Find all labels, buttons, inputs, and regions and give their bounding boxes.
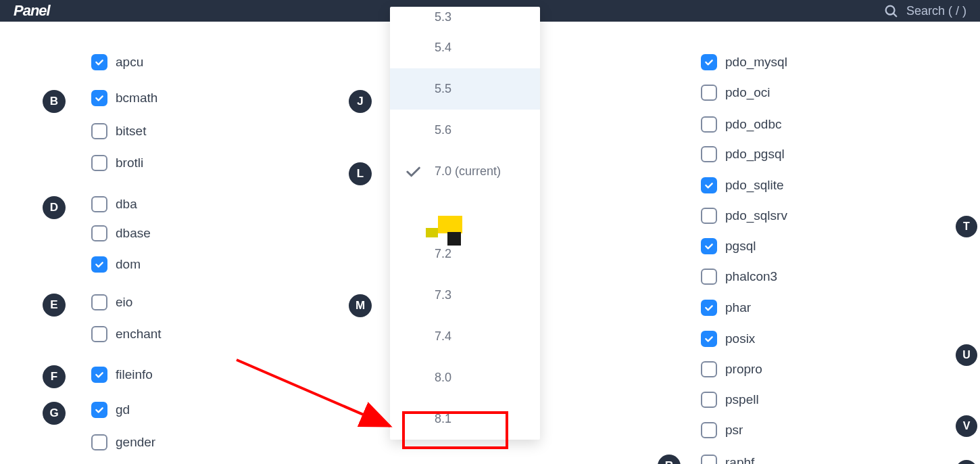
extension-propro[interactable]: propro (701, 361, 762, 377)
version-label: 5.5 (435, 82, 451, 96)
letter-nav-t[interactable]: T (956, 216, 977, 237)
extension-eio[interactable]: eio (91, 294, 132, 310)
extension-label: propro (725, 362, 762, 377)
letter-nav-w[interactable]: W (956, 460, 977, 464)
search-area[interactable]: Search ( / ) (883, 3, 966, 18)
extension-dbase[interactable]: dbase (91, 225, 151, 241)
checkbox-checked-icon[interactable] (701, 177, 717, 193)
version-option-7-2[interactable]: 7.2 (390, 233, 540, 275)
checkbox-unchecked-icon[interactable] (701, 85, 717, 101)
extension-pdo_pgsql[interactable]: pdo_pgsql (701, 146, 785, 162)
extension-label: pgsql (725, 239, 756, 254)
php-version-dropdown[interactable]: 5.35.45.55.67.0 (current)7.27.37.48.08.1 (390, 7, 540, 440)
checkbox-unchecked-icon[interactable] (701, 116, 717, 133)
checkbox-unchecked-icon[interactable] (91, 225, 107, 241)
letter-badge-m[interactable]: M (349, 294, 372, 317)
extension-pdo_oci[interactable]: pdo_oci (701, 85, 770, 101)
checkbox-unchecked-icon[interactable] (701, 146, 717, 162)
extension-gd[interactable]: gd (91, 402, 130, 418)
letter-badge-j[interactable]: J (349, 90, 372, 113)
version-option-5-6[interactable]: 5.6 (390, 110, 540, 151)
extension-label: raphf (725, 455, 754, 464)
letter-badge-b[interactable]: B (43, 90, 66, 113)
checkbox-unchecked-icon[interactable] (91, 196, 107, 212)
version-label: 8.1 (435, 412, 451, 426)
extension-label: pdo_sqlsrv (725, 208, 787, 223)
checkbox-checked-icon[interactable] (701, 331, 717, 347)
extension-label: pdo_odbc (725, 117, 781, 132)
checkbox-unchecked-icon[interactable] (91, 434, 107, 450)
extension-pspell[interactable]: pspell (701, 392, 759, 408)
version-label: 7.0 (current) (435, 164, 501, 179)
extension-posix[interactable]: posix (701, 331, 755, 347)
extension-psr[interactable]: psr (701, 422, 743, 438)
letter-badge-e[interactable]: E (43, 294, 66, 317)
extension-gender[interactable]: gender (91, 434, 155, 450)
version-option-redacted[interactable] (390, 192, 540, 233)
extension-pdo_sqlite[interactable]: pdo_sqlite (701, 177, 784, 193)
extension-label: bcmath (116, 91, 157, 106)
version-option-5-5[interactable]: 5.5 (390, 68, 540, 110)
version-option-8-0[interactable]: 8.0 (390, 357, 540, 398)
version-option-8-1[interactable]: 8.1 (390, 398, 540, 440)
extension-label: pdo_oci (725, 85, 770, 100)
version-option-5-4[interactable]: 5.4 (390, 27, 540, 68)
content: BDEFGapcubcmathbitsetbrotlidbadbasedomei… (0, 22, 980, 464)
extension-phar[interactable]: phar (701, 300, 751, 316)
checkbox-unchecked-icon[interactable] (701, 269, 717, 285)
search-text: Search ( / ) (906, 4, 966, 18)
checkbox-checked-icon[interactable] (701, 54, 717, 70)
checkbox-unchecked-icon[interactable] (701, 361, 717, 377)
letter-badge-f[interactable]: F (43, 365, 66, 388)
extension-dom[interactable]: dom (91, 256, 141, 273)
extension-enchant[interactable]: enchant (91, 326, 162, 342)
checkbox-checked-icon[interactable] (91, 402, 107, 418)
extension-pdo_sqlsrv[interactable]: pdo_sqlsrv (701, 208, 787, 224)
letter-badge-g[interactable]: G (43, 402, 66, 425)
extension-apcu[interactable]: apcu (91, 54, 143, 70)
search-icon (883, 3, 898, 18)
extension-label: dom (116, 257, 141, 272)
extension-phalcon3[interactable]: phalcon3 (701, 269, 777, 285)
checkbox-checked-icon[interactable] (91, 54, 107, 70)
letter-badge-d[interactable]: D (43, 196, 66, 219)
extension-label: dba (116, 197, 137, 212)
letter-badge-l[interactable]: L (349, 162, 372, 185)
version-option-5-3[interactable]: 5.3 (390, 7, 540, 27)
extension-label: dbase (116, 226, 151, 241)
letter-nav-u[interactable]: U (956, 344, 977, 366)
extension-pdo_mysql[interactable]: pdo_mysql (701, 54, 787, 70)
checkbox-unchecked-icon[interactable] (701, 392, 717, 408)
checkbox-checked-icon[interactable] (91, 367, 107, 383)
checkbox-unchecked-icon[interactable] (91, 155, 107, 171)
checkbox-unchecked-icon[interactable] (91, 326, 107, 342)
checkbox-checked-icon[interactable] (701, 238, 717, 254)
extension-label: psr (725, 423, 743, 438)
extension-pgsql[interactable]: pgsql (701, 238, 756, 254)
extension-raphf[interactable]: raphf (701, 455, 754, 464)
letter-nav-v[interactable]: V (956, 415, 977, 437)
version-option-7-3[interactable]: 7.3 (390, 275, 540, 316)
version-label: 5.4 (435, 41, 451, 55)
extension-bcmath[interactable]: bcmath (91, 90, 157, 106)
checkbox-checked-icon[interactable] (91, 256, 107, 273)
version-label: 7.3 (435, 288, 451, 302)
checkbox-unchecked-icon[interactable] (701, 422, 717, 438)
version-label: 7.4 (435, 329, 451, 344)
extension-brotli[interactable]: brotli (91, 155, 143, 171)
extension-label: pdo_pgsql (725, 147, 785, 162)
extension-bitset[interactable]: bitset (91, 123, 146, 139)
version-option-7-4[interactable]: 7.4 (390, 316, 540, 357)
extension-fileinfo[interactable]: fileinfo (91, 367, 153, 383)
extension-pdo_odbc[interactable]: pdo_odbc (701, 116, 781, 133)
checkbox-unchecked-icon[interactable] (91, 294, 107, 310)
checkbox-unchecked-icon[interactable] (701, 455, 717, 464)
checkbox-checked-icon[interactable] (91, 90, 107, 106)
letter-badge-r[interactable]: R (658, 455, 681, 464)
version-option-7-0-current-[interactable]: 7.0 (current) (390, 151, 540, 192)
checkbox-checked-icon[interactable] (701, 300, 717, 316)
extension-dba[interactable]: dba (91, 196, 137, 212)
checkbox-unchecked-icon[interactable] (91, 123, 107, 139)
checkbox-unchecked-icon[interactable] (701, 208, 717, 224)
extension-label: phar (725, 300, 751, 315)
